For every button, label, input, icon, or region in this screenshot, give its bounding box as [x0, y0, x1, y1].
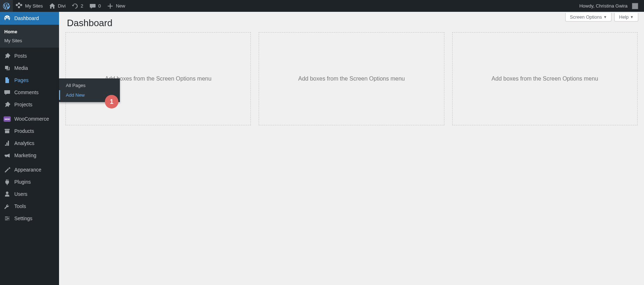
wp-logo[interactable] [0, 0, 13, 12]
submenu-home[interactable]: Home [0, 27, 59, 36]
multisite-icon [16, 3, 23, 10]
menu-plugins[interactable]: Plugins [0, 176, 59, 188]
appearance-icon [4, 166, 11, 173]
archive-icon [4, 127, 11, 135]
flyout-all-pages[interactable]: All Pages [59, 81, 120, 90]
chevron-down-icon: ▼ [630, 15, 634, 19]
admin-sidebar: Dashboard Home My Sites Posts Media Page… [0, 12, 59, 285]
menu-dashboard[interactable]: Dashboard [0, 12, 59, 25]
page-icon [4, 77, 11, 84]
site-name-label: Divi [58, 3, 66, 9]
page-title: Dashboard [59, 12, 644, 32]
admin-toolbar: My Sites Divi 2 0 New [0, 0, 644, 12]
user-icon [4, 190, 11, 198]
menu-label: Marketing [14, 153, 36, 158]
menu-label: Projects [14, 102, 33, 107]
media-icon [4, 64, 11, 72]
submenu-my-sites[interactable]: My Sites [0, 36, 59, 45]
settings-icon [4, 215, 11, 222]
dashbox-placeholder: Add boxes from the Screen Options menu [452, 32, 638, 125]
menu-label: Appearance [14, 167, 42, 173]
greeting-text: Howdy, Christina Gwira [579, 3, 628, 9]
menu-tools[interactable]: Tools [0, 200, 59, 212]
dashboard-icon [4, 15, 11, 22]
menu-label: Plugins [14, 179, 31, 185]
menu-projects[interactable]: Projects [0, 98, 59, 111]
menu-settings[interactable]: Settings [0, 212, 59, 224]
update-icon [72, 3, 79, 10]
menu-label: Analytics [14, 140, 34, 146]
site-link[interactable]: Divi [46, 0, 69, 12]
menu-label: Settings [14, 216, 33, 221]
content-area: Screen Options ▼ Help ▼ Dashboard Add bo… [59, 12, 644, 285]
menu-label: Users [14, 191, 28, 197]
placeholder-text: Add boxes from the Screen Options menu [492, 76, 598, 82]
menu-label: WooCommerce [14, 116, 49, 122]
screen-options-label: Screen Options [570, 14, 602, 20]
plugin-icon [4, 178, 11, 185]
menu-users[interactable]: Users [0, 188, 59, 200]
plus-icon [107, 3, 114, 10]
menu-analytics[interactable]: Analytics [0, 137, 59, 149]
menu-label: Posts [14, 53, 27, 59]
placeholder-text: Add boxes from the Screen Options menu [105, 76, 211, 82]
pin-icon [4, 52, 11, 59]
menu-label: Products [14, 128, 34, 134]
placeholder-text: Add boxes from the Screen Options menu [298, 76, 405, 82]
updates-count: 2 [81, 3, 83, 9]
annotation-step-1: 1 [105, 95, 118, 108]
screen-options-toggle[interactable]: Screen Options ▼ [565, 13, 612, 21]
chevron-down-icon: ▼ [603, 15, 607, 19]
dashboard-submenu: Home My Sites [0, 25, 59, 48]
pin-icon [4, 101, 11, 108]
comments-icon [4, 89, 11, 96]
menu-label: Dashboard [14, 15, 39, 21]
avatar [632, 3, 638, 9]
dashbox-placeholder: Add boxes from the Screen Options menu [259, 32, 444, 125]
new-content-link[interactable]: New [104, 0, 128, 12]
new-label: New [116, 3, 125, 9]
dashboard-widgets: Add boxes from the Screen Options menu A… [59, 32, 644, 125]
help-toggle[interactable]: Help ▼ [614, 13, 638, 21]
menu-comments[interactable]: Comments [0, 86, 59, 98]
menu-label: Media [14, 65, 28, 71]
woocommerce-icon: woo [4, 115, 11, 122]
home-icon [49, 3, 56, 10]
menu-appearance[interactable]: Appearance [0, 164, 59, 176]
menu-posts[interactable]: Posts [0, 50, 59, 62]
menu-label: Comments [14, 90, 39, 95]
menu-marketing[interactable]: Marketing [0, 149, 59, 161]
megaphone-icon [4, 152, 11, 159]
comments-link[interactable]: 0 [86, 0, 104, 12]
help-label: Help [619, 14, 629, 20]
menu-label: Pages [14, 77, 29, 83]
my-sites-label: My Sites [25, 3, 43, 9]
menu-label: Tools [14, 203, 26, 209]
comment-icon [89, 3, 96, 10]
screen-meta-links: Screen Options ▼ Help ▼ [565, 13, 638, 21]
my-sites-link[interactable]: My Sites [13, 0, 46, 12]
wordpress-icon [3, 3, 10, 10]
chart-bar-icon [4, 140, 11, 147]
menu-media[interactable]: Media [0, 62, 59, 74]
updates-link[interactable]: 2 [69, 0, 86, 12]
comments-count: 0 [98, 3, 101, 9]
menu-woocommerce[interactable]: woo WooCommerce [0, 113, 59, 125]
tools-icon [4, 203, 11, 210]
menu-products[interactable]: Products [0, 125, 59, 137]
account-link[interactable]: Howdy, Christina Gwira [576, 0, 641, 12]
menu-pages[interactable]: Pages [0, 74, 59, 86]
